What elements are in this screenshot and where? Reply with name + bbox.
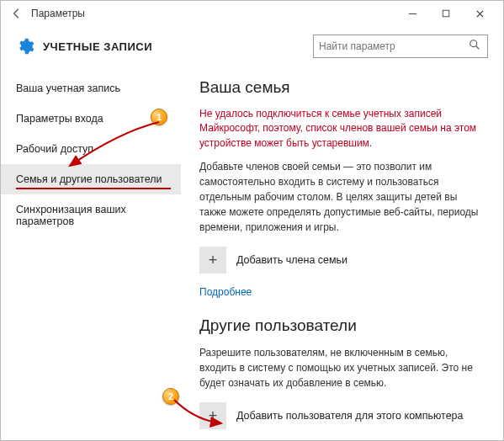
main-area: Ваша учетная запись Параметры входа Рабо… (1, 66, 503, 440)
search-input[interactable] (319, 40, 469, 52)
sidebar-item-work-access[interactable]: Рабочий доступ (1, 134, 181, 164)
add-other-user-label: Добавить пользователя для этого компьюте… (236, 410, 464, 422)
header-row: УЧЕТНЫЕ ЗАПИСИ (1, 26, 503, 66)
window-title: Параметры (31, 8, 395, 19)
page-title: УЧЕТНЫЕ ЗАПИСИ (43, 40, 313, 53)
svg-point-2 (470, 40, 477, 47)
back-button[interactable] (8, 4, 26, 23)
minimize-button[interactable] (395, 1, 429, 26)
sidebar: Ваша учетная запись Параметры входа Рабо… (1, 66, 181, 440)
search-icon (469, 39, 482, 54)
add-family-member-button[interactable]: + Добавить члена семьи (199, 247, 486, 274)
sidebar-item-sync-settings[interactable]: Синхронизация ваших параметров (1, 194, 181, 236)
gear-icon (16, 37, 34, 56)
sidebar-item-label: Ваша учетная запись (16, 82, 120, 94)
plus-icon: + (199, 402, 226, 429)
sidebar-item-signin-options[interactable]: Параметры входа (1, 104, 181, 134)
others-heading: Другие пользователи (199, 316, 486, 335)
more-link[interactable]: Подробнее (199, 286, 252, 298)
sidebar-item-family-users[interactable]: Семья и другие пользователи (1, 164, 181, 194)
search-box[interactable] (313, 35, 488, 58)
sidebar-item-label: Параметры входа (16, 113, 103, 125)
family-heading: Ваша семья (199, 78, 486, 97)
sidebar-item-label: Синхронизация ваших параметров (16, 204, 126, 227)
svg-rect-1 (443, 10, 449, 17)
close-button[interactable] (463, 1, 496, 26)
sidebar-item-label: Семья и другие пользователи (16, 173, 162, 185)
sidebar-item-label: Рабочий доступ (16, 143, 93, 155)
plus-icon: + (199, 247, 226, 274)
content-pane: Ваша семья Не удалось подключиться к сем… (181, 66, 503, 440)
title-bar: Параметры (1, 1, 503, 26)
add-family-label: Добавить члена семьи (236, 254, 347, 266)
add-other-user-button[interactable]: + Добавить пользователя для этого компью… (199, 402, 486, 429)
others-description: Разрешите пользователям, не включенным в… (199, 345, 486, 391)
sidebar-item-your-account[interactable]: Ваша учетная запись (1, 73, 181, 104)
family-error-text: Не удалось подключиться к семье учетных … (199, 107, 486, 151)
family-description: Добавьте членов своей семьи — это позвол… (199, 159, 486, 235)
svg-line-3 (476, 46, 480, 50)
maximize-button[interactable] (429, 1, 463, 26)
